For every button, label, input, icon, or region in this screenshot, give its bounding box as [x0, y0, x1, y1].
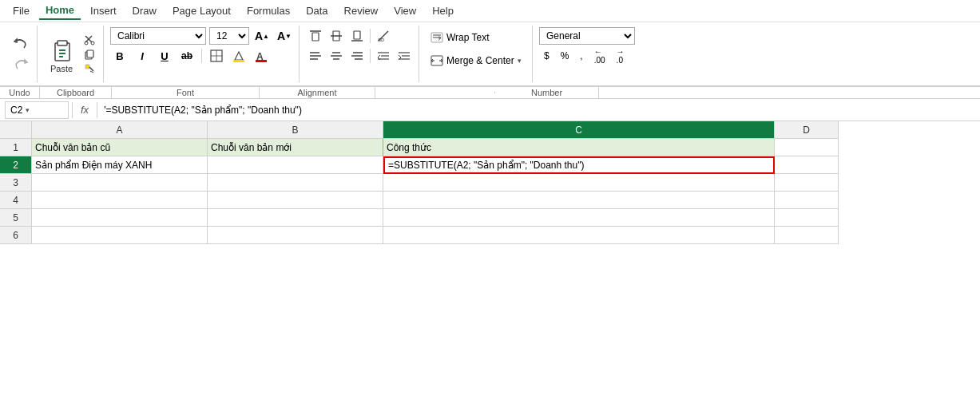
merge-center-dropdown-icon[interactable]: ▾: [518, 57, 522, 65]
cell-b1[interactable]: Chuỗi văn bản mới: [208, 139, 383, 156]
menu-home[interactable]: Home: [39, 2, 81, 20]
increase-indent-button[interactable]: [395, 47, 414, 65]
align-middle-button[interactable]: [327, 27, 346, 45]
bold-button[interactable]: B: [110, 47, 129, 65]
strikethrough-button[interactable]: ab: [177, 47, 196, 65]
align-top-button[interactable]: [306, 27, 325, 45]
menu-page-layout[interactable]: Page Layout: [166, 2, 237, 19]
formula-input[interactable]: [101, 105, 975, 116]
wrap-text-button[interactable]: Wrap Text: [426, 27, 527, 48]
cell-b6[interactable]: [208, 227, 383, 244]
decrease-decimal-button[interactable]: ←.00: [589, 47, 610, 65]
svg-rect-21: [312, 33, 319, 41]
number-format-select[interactable]: General: [539, 27, 635, 45]
table-row: 4: [0, 192, 980, 209]
svg-rect-4: [59, 56, 63, 57]
decrease-indent-button[interactable]: [374, 47, 393, 65]
cell-a6[interactable]: [32, 227, 208, 244]
clipboard-group-label: Clipboard: [40, 87, 112, 98]
redo-button[interactable]: [10, 55, 32, 74]
decrease-font-size-button[interactable]: A▼: [275, 27, 294, 45]
cell-d4[interactable]: [775, 192, 839, 209]
dollar-button[interactable]: $: [539, 47, 554, 65]
align-right-button[interactable]: [347, 47, 367, 65]
table-row: 1 Chuỗi văn bản cũ Chuỗi văn bản mới Côn…: [0, 139, 980, 156]
col-header-d[interactable]: D: [775, 121, 839, 139]
cell-c5[interactable]: [383, 209, 775, 227]
cell-a1[interactable]: Chuỗi văn bản cũ: [32, 139, 208, 156]
cell-b5[interactable]: [208, 209, 383, 227]
format-painter-button[interactable]: [81, 62, 98, 75]
merge-center-button[interactable]: Merge & Center ▾: [426, 50, 527, 71]
formula-bar: C2 ▾ fx: [0, 99, 980, 121]
svg-rect-19: [256, 60, 267, 62]
wrap-merge-group: Wrap Text Merge & Center ▾: [421, 26, 533, 82]
cell-c6[interactable]: [383, 227, 775, 244]
wrap-group-label: [375, 92, 495, 93]
font-size-select[interactable]: 12: [209, 27, 249, 45]
cell-c1[interactable]: Công thức: [383, 139, 775, 156]
font-group: Calibri 12 A▲ A▼ B I U ab A: [105, 26, 300, 82]
menu-data[interactable]: Data: [300, 2, 334, 19]
clipboard-group: Paste: [39, 26, 104, 82]
table-row: 2 Sản phẩm Điện máy XANH =SUBSTITUTE(A2;…: [0, 156, 980, 174]
menu-file[interactable]: File: [6, 2, 36, 19]
menu-help[interactable]: Help: [426, 2, 460, 19]
italic-button[interactable]: I: [133, 47, 152, 65]
copy-button[interactable]: [81, 48, 98, 61]
percent-button[interactable]: %: [556, 47, 574, 65]
cell-a5[interactable]: [32, 209, 208, 227]
cell-b2[interactable]: [208, 156, 383, 174]
cell-ref-dropdown-icon[interactable]: ▾: [26, 106, 30, 114]
clipboard-small-buttons: [81, 34, 98, 75]
increase-font-size-button[interactable]: A▲: [252, 27, 272, 45]
cell-b4[interactable]: [208, 192, 383, 209]
cell-a2[interactable]: Sản phẩm Điện máy XANH: [32, 156, 208, 174]
menu-insert[interactable]: Insert: [84, 2, 123, 19]
svg-rect-10: [87, 50, 93, 57]
row-header-5: 5: [0, 209, 32, 227]
comma-button[interactable]: ,: [575, 47, 587, 65]
paste-label: Paste: [50, 64, 73, 73]
svg-text:ab: ab: [378, 37, 384, 42]
cell-c4[interactable]: [383, 192, 775, 209]
fill-color-button[interactable]: [229, 47, 248, 65]
align-left-button[interactable]: [306, 47, 325, 65]
cell-c2[interactable]: =SUBSTITUTE(A2; "Sản phẩm"; "Doanh thu"): [383, 156, 775, 174]
borders-button[interactable]: [207, 47, 226, 65]
underline-button[interactable]: U: [155, 47, 174, 65]
cell-d2[interactable]: [775, 156, 839, 174]
cell-b3[interactable]: [208, 174, 383, 192]
increase-decimal-button[interactable]: →.0: [612, 47, 629, 65]
menu-review[interactable]: Review: [338, 2, 385, 19]
col-header-a[interactable]: A: [32, 121, 208, 139]
svg-line-12: [89, 67, 93, 71]
align-bottom-button[interactable]: [347, 27, 367, 45]
font-name-select[interactable]: Calibri: [110, 27, 206, 45]
cell-a3[interactable]: [32, 174, 208, 192]
menu-formulas[interactable]: Formulas: [240, 2, 296, 19]
cell-d5[interactable]: [775, 209, 839, 227]
col-header-b[interactable]: B: [208, 121, 383, 139]
cell-a4[interactable]: [32, 192, 208, 209]
row-header-4: 4: [0, 192, 32, 209]
cell-d1[interactable]: [775, 139, 839, 156]
menu-draw[interactable]: Draw: [126, 2, 163, 19]
text-orientation-button[interactable]: ab: [374, 27, 393, 45]
fx-label: fx: [76, 104, 93, 116]
cut-button[interactable]: [81, 34, 98, 46]
menu-view[interactable]: View: [387, 2, 423, 19]
paste-button[interactable]: Paste: [44, 34, 79, 75]
undo-button[interactable]: [10, 34, 32, 53]
font-color-button[interactable]: A: [252, 47, 271, 65]
svg-rect-2: [59, 49, 65, 51]
svg-rect-25: [354, 31, 360, 39]
align-center-button[interactable]: [327, 47, 346, 65]
formula-bar-divider: [72, 102, 73, 118]
undo-group: [5, 26, 38, 82]
toolbar: Paste Calibri 12 A▲ A▼ B: [0, 22, 980, 86]
col-header-c[interactable]: C: [383, 121, 775, 139]
cell-d6[interactable]: [775, 227, 839, 244]
cell-c3[interactable]: [383, 174, 775, 192]
cell-d3[interactable]: [775, 174, 839, 192]
